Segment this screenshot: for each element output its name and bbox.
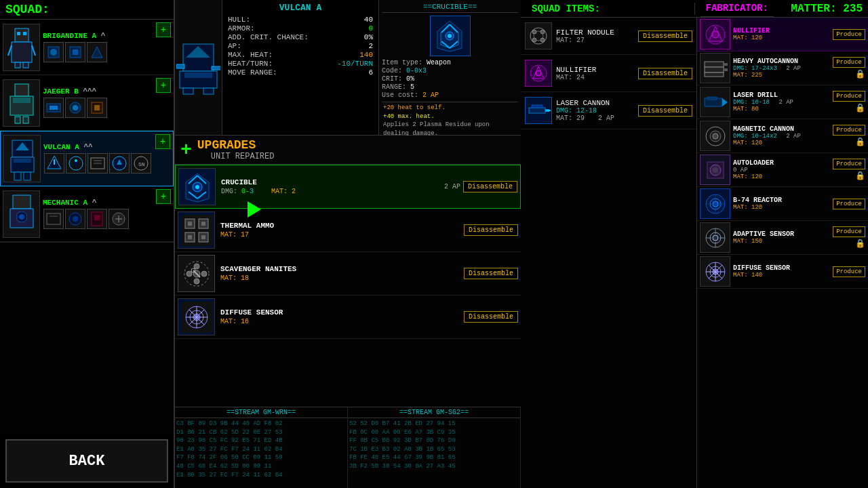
fab-nullifier[interactable]: NULLIFIER MAT: 120 Produce xyxy=(697,18,868,52)
reactor-produce-btn[interactable]: Produce xyxy=(833,199,865,209)
unit-name-display: VULCAN A xyxy=(228,3,373,13)
svg-point-95 xyxy=(194,264,199,269)
vulcan-slot-4 xyxy=(109,153,130,174)
svg-point-45 xyxy=(19,214,24,220)
stream-2-box: ==STREAM GM-SG2== 52 52 D0 B7 41 2B ED 2… xyxy=(348,407,521,488)
nullifier-disassemble-btn[interactable]: Disassemble xyxy=(638,68,692,79)
squad-item-nullifier[interactable]: NULLIFIER MAT: 24 Disassemble xyxy=(521,55,696,92)
svg-rect-16 xyxy=(15,117,20,123)
fab-diffuse-sensor[interactable]: DIFFUSE SENSOR MAT: 140 Produce xyxy=(697,255,868,289)
svg-point-96 xyxy=(194,279,199,284)
svg-point-120 xyxy=(536,70,541,76)
jaeger-add-btn[interactable]: + xyxy=(156,78,171,93)
squad-member-vulcan[interactable]: VULCAN A ^^ SN xyxy=(0,131,174,186)
svg-point-115 xyxy=(532,38,536,42)
squad-member-jaeger[interactable]: JAEGER B ^^^ + xyxy=(0,75,174,131)
fab-adaptive-sensor[interactable]: ADAPTIVE SENSOR MAT: 150 Produce 🔒 xyxy=(697,221,868,255)
unit-portrait-large xyxy=(175,0,222,135)
svg-text:SN: SN xyxy=(138,161,145,167)
squad-member-mechanic[interactable]: MECHANIC A ^ + xyxy=(0,186,174,242)
stat-move-range: MOVE RANGE: 6 xyxy=(228,68,373,77)
svg-rect-11 xyxy=(73,49,78,55)
brigandine-add-btn[interactable]: + xyxy=(156,22,171,37)
squad-item-filter[interactable]: FILTER NODULE MAT: 27 Disassemble xyxy=(521,18,696,55)
svg-rect-7 xyxy=(23,62,28,68)
equipped-items-list: CRUCIBLE DMG: 0-3 MAT: 2 2 AP Disassembl… xyxy=(175,165,521,407)
squad-items-title: SQUAD ITEMS: xyxy=(526,1,606,18)
stream-2-title: ==STREAM GM-SG2== xyxy=(348,407,520,418)
sensor-disassemble-btn[interactable]: Disassemble xyxy=(464,311,518,323)
svg-rect-62 xyxy=(184,73,212,78)
svg-rect-64 xyxy=(203,88,214,94)
nanites-stats: MAT: 18 xyxy=(220,274,464,282)
svg-rect-88 xyxy=(201,222,205,226)
magnetic-cannon-info: MAGNETIC CANNON DMG: 10-14x2 2 AP MAT: 1… xyxy=(733,125,833,146)
stat-hull: HULL: 40 xyxy=(228,16,373,24)
squad-member-brigandine[interactable]: BRIGANDINE A ^ + xyxy=(0,20,174,75)
fab-laser-drill[interactable]: LASER DRILL DMG: 10-18 2 AP MAT: 80 Prod… xyxy=(697,85,868,119)
svg-point-116 xyxy=(540,38,545,42)
autoloader-icon xyxy=(700,155,730,185)
laser-disassemble-btn[interactable]: Disassemble xyxy=(638,105,692,117)
reactor-name: B-74 REACTOR xyxy=(733,197,833,204)
jaeger-slot-3 xyxy=(87,98,107,118)
fab-diffuse-sensor-icon xyxy=(700,256,730,287)
thermal-disassemble-btn[interactable]: Disassemble xyxy=(464,224,518,236)
mechanic-add-btn[interactable]: + xyxy=(156,189,171,204)
item-detail-icon xyxy=(430,16,471,56)
heavy-autocannon-produce-btn[interactable]: Produce xyxy=(833,57,865,68)
fab-diffuse-sensor-info: DIFFUSE SENSOR MAT: 140 xyxy=(733,264,833,279)
svg-rect-66 xyxy=(212,66,220,70)
nanites-disassemble-btn[interactable]: Disassemble xyxy=(464,268,518,279)
svg-rect-139 xyxy=(707,97,717,100)
vulcan-icons: SN xyxy=(43,152,170,174)
item-crit-row: CRIT: 0% xyxy=(382,75,518,83)
magnetic-cannon-produce-btn[interactable]: Produce xyxy=(833,125,865,136)
fab-magnetic-cannon[interactable]: MAGNETIC CANNON DMG: 10-14x2 2 AP MAT: 1… xyxy=(697,119,868,153)
svg-point-75 xyxy=(448,34,452,38)
fab-autoloader[interactable]: AUTOLOADER 0 AP MAT: 120 Produce 🔒 xyxy=(697,153,868,187)
fab-heavy-autocannon[interactable]: HEAVY AUTOCANNON DMG: 17-24x3 2 AP MAT: … xyxy=(697,52,868,85)
laser-drill-icon xyxy=(700,87,730,117)
nullifier-produce-btn[interactable]: Produce xyxy=(833,29,865,40)
autoloader-stats: 0 AP xyxy=(733,167,833,174)
equipped-nanites[interactable]: SCAVENGER NANITES MAT: 18 Disassemble xyxy=(175,252,521,296)
autoloader-produce-btn[interactable]: Produce xyxy=(833,159,865,169)
fabricator-header: FABRICATOR: MATTER: 235 xyxy=(695,0,869,17)
svg-rect-65 xyxy=(176,64,184,68)
vulcan-add-btn[interactable]: + xyxy=(155,134,170,149)
filter-disassemble-btn[interactable]: Disassemble xyxy=(638,30,692,42)
laser-drill-stats: DMG: 10-18 2 AP xyxy=(733,99,833,106)
svg-rect-124 xyxy=(532,105,542,108)
magnetic-cannon-icon xyxy=(700,121,730,151)
fab-reactor[interactable]: B-74 REACTOR MAT: 120 Produce xyxy=(697,187,868,221)
jaeger-slot-2 xyxy=(65,98,85,118)
reactor-mat: MAT: 120 xyxy=(733,204,833,211)
main-container: SQUAD: BRIGANDINE A ^ xyxy=(0,0,868,488)
laser-cannon-info: LASER CANNON DMG: 12-18 MAT: 29 2 AP xyxy=(556,99,638,122)
equipped-thermal[interactable]: THERMAL AMMO MAT: 17 Disassemble xyxy=(175,209,521,252)
fab-nullifier-icon xyxy=(700,19,730,49)
magnetic-cannon-lock-icon: 🔒 xyxy=(855,137,865,147)
equipped-crucible[interactable]: CRUCIBLE DMG: 0-3 MAT: 2 2 AP Disassembl… xyxy=(175,165,521,209)
nullifier-squad-mat: MAT: 24 xyxy=(556,74,638,81)
laser-cannon-ap: 2 AP xyxy=(598,115,614,122)
fab-diffuse-sensor-produce-btn[interactable]: Produce xyxy=(833,266,865,277)
crucible-stats: DMG: 0-3 MAT: 2 xyxy=(221,188,444,195)
svg-point-114 xyxy=(540,30,545,34)
crucible-disassemble-btn[interactable]: Disassemble xyxy=(463,181,517,192)
squad-item-laser[interactable]: LASER CANNON DMG: 12-18 MAT: 29 2 AP Dis… xyxy=(521,92,696,129)
svg-point-113 xyxy=(532,30,536,34)
nanites-info: SCAVENGER NANITES MAT: 18 xyxy=(220,265,464,282)
svg-point-129 xyxy=(712,31,719,38)
equipped-sensor[interactable]: DIFFUSE SENSOR MAT: 16 Disassemble xyxy=(175,296,521,339)
back-button[interactable]: BACK xyxy=(5,439,168,483)
adaptive-sensor-produce-btn[interactable]: Produce xyxy=(833,226,865,237)
svg-point-21 xyxy=(73,105,78,110)
svg-rect-27 xyxy=(14,159,31,163)
magnetic-cannon-mat: MAT: 120 xyxy=(733,140,833,146)
vulcan-portrait xyxy=(3,135,41,182)
fabricator-list: NULLIFIER MAT: 120 Produce xyxy=(697,18,868,488)
laser-drill-produce-btn[interactable]: Produce xyxy=(833,91,865,102)
unit-repaired-text: UNIT REPAIRED xyxy=(211,152,275,161)
